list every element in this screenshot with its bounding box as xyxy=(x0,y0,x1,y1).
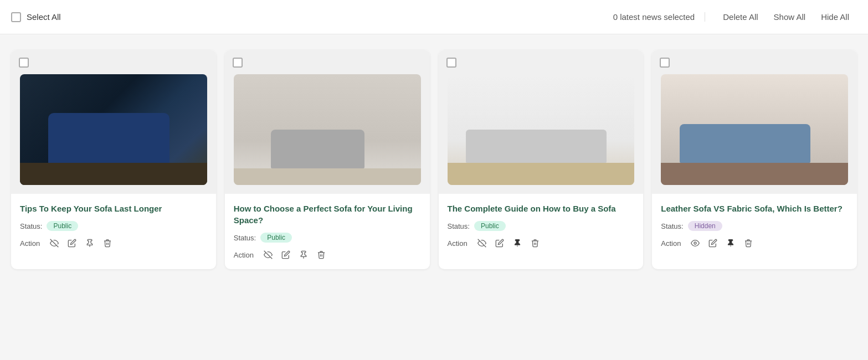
cards-container: Tips To Keep Your Sofa Last Longer Statu… xyxy=(0,34,868,285)
card-1-status-label: Status: xyxy=(20,222,42,230)
card-3-actions: Action xyxy=(439,238,644,249)
delete-all-button[interactable]: Delete All xyxy=(715,10,766,24)
card-1-pin-icon[interactable] xyxy=(84,238,95,249)
card-2-status-label: Status: xyxy=(234,234,256,242)
card-3-delete-icon[interactable] xyxy=(530,238,541,249)
card-4-action-label: Action xyxy=(661,239,681,248)
card-2-body: How to Choose a Perfect Sofa for Your Li… xyxy=(225,194,430,243)
card-2-status: Status: Public xyxy=(234,233,421,243)
card-1-status: Status: Public xyxy=(20,221,207,231)
card-4-image-render xyxy=(661,74,848,185)
card-3-edit-icon[interactable] xyxy=(494,238,505,249)
card-3-image xyxy=(448,74,635,185)
card-2-title: How to Choose a Perfect Sofa for Your Li… xyxy=(234,203,421,226)
card-4-actions: Action xyxy=(652,238,857,249)
header-right: 0 latest news selected Delete All Show A… xyxy=(613,10,857,24)
card-3-pin-icon[interactable] xyxy=(512,238,523,249)
card-1-status-badge: Public xyxy=(47,221,78,231)
card-3-hide-icon[interactable] xyxy=(476,238,487,249)
card-1-hide-icon[interactable] xyxy=(49,238,60,249)
card-1-actions: Action xyxy=(11,238,216,249)
card-2-delete-icon[interactable] xyxy=(316,249,327,260)
card-1-image-render xyxy=(20,74,207,185)
card-2-hide-icon[interactable] xyxy=(263,249,274,260)
card-4-status-badge: Hidden xyxy=(688,221,722,231)
card-3-action-label: Action xyxy=(448,239,468,248)
card-4-edit-icon[interactable] xyxy=(707,238,718,249)
card-1-delete-icon[interactable] xyxy=(102,238,113,249)
card-2-actions: Action xyxy=(225,249,430,260)
card-4-checkbox[interactable] xyxy=(660,58,670,68)
card-4-delete-icon[interactable] xyxy=(743,238,754,249)
card-2-checkbox[interactable] xyxy=(233,58,243,68)
card-2-action-label: Action xyxy=(234,251,254,259)
card-1-title: Tips To Keep Your Sofa Last Longer xyxy=(20,203,207,214)
card-4-pin-icon[interactable] xyxy=(725,238,736,249)
card-4-status-label: Status: xyxy=(661,222,683,230)
card-3-status: Status: Public xyxy=(448,221,635,231)
card-2-inner xyxy=(225,50,430,194)
select-all-checkbox[interactable] xyxy=(11,12,21,22)
show-all-button[interactable]: Show All xyxy=(766,10,814,24)
card-1: Tips To Keep Your Sofa Last Longer Statu… xyxy=(11,50,216,269)
card-3-body: The Complete Guide on How to Buy a Sofa … xyxy=(439,194,644,231)
card-3-status-badge: Public xyxy=(474,221,506,231)
select-all-label: Select All xyxy=(27,12,61,22)
card-3: The Complete Guide on How to Buy a Sofa … xyxy=(439,50,644,269)
card-4-title: Leather Sofa VS Fabric Sofa, Which Is Be… xyxy=(661,203,848,214)
card-1-inner xyxy=(11,50,216,194)
card-1-checkbox[interactable] xyxy=(19,58,29,68)
card-2-pin-icon[interactable] xyxy=(298,249,309,260)
card-4-status: Status: Hidden xyxy=(661,221,848,231)
select-all-wrapper[interactable]: Select All xyxy=(11,12,61,22)
card-2-status-badge: Public xyxy=(260,233,292,243)
card-3-inner xyxy=(439,50,644,194)
card-4-image xyxy=(661,74,848,185)
card-4-view-icon[interactable] xyxy=(690,238,701,249)
card-3-title: The Complete Guide on How to Buy a Sofa xyxy=(448,203,635,214)
card-1-image xyxy=(20,74,207,185)
card-4: Leather Sofa VS Fabric Sofa, Which Is Be… xyxy=(652,50,857,269)
card-3-checkbox[interactable] xyxy=(446,58,456,68)
card-2-image-render xyxy=(234,74,421,185)
card-2-edit-icon[interactable] xyxy=(280,249,291,260)
card-2: How to Choose a Perfect Sofa for Your Li… xyxy=(225,50,430,269)
hide-all-button[interactable]: Hide All xyxy=(813,10,857,24)
news-selected-count: 0 latest news selected xyxy=(613,12,706,22)
card-1-body: Tips To Keep Your Sofa Last Longer Statu… xyxy=(11,194,216,231)
svg-point-6 xyxy=(694,242,696,244)
card-1-action-label: Action xyxy=(20,239,40,248)
card-4-inner xyxy=(652,50,857,194)
card-4-body: Leather Sofa VS Fabric Sofa, Which Is Be… xyxy=(652,194,857,231)
card-1-edit-icon[interactable] xyxy=(66,238,78,249)
header-bar: Select All 0 latest news selected Delete… xyxy=(0,0,868,34)
card-3-status-label: Status: xyxy=(448,222,470,230)
card-3-image-render xyxy=(448,74,635,185)
card-2-image xyxy=(234,74,421,185)
